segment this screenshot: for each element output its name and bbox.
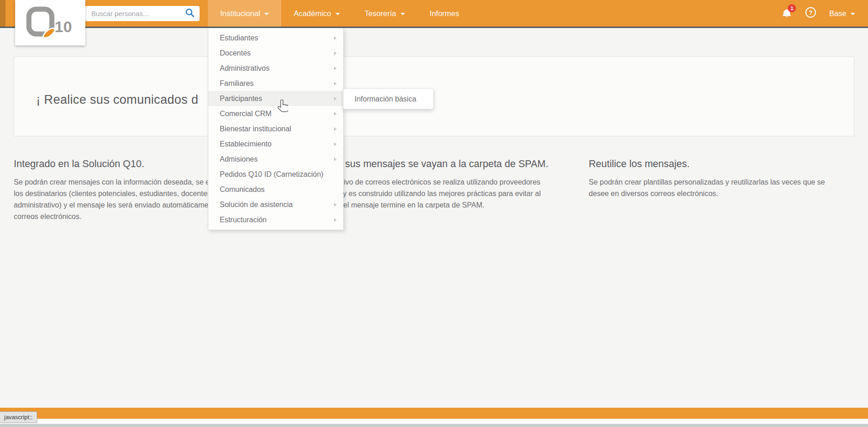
banner-heading: ¡ Realice sus comunicados d <box>36 93 198 107</box>
feature-columns: Integrado en la Solución Q10. Se podrán … <box>14 158 854 222</box>
submenu-arrow-icon <box>334 203 337 207</box>
dropdown-item-label: Solución de asistencia <box>220 201 293 209</box>
menu-label: Académico <box>294 9 331 18</box>
chevron-down-icon <box>851 13 855 15</box>
menu-institucional[interactable]: Institucional <box>208 0 281 27</box>
dropdown-item-label: Administrativos <box>220 64 269 73</box>
q10-app-window: ¡ Realice sus comunicados d Integrado en… <box>0 0 868 427</box>
dropdown-item-estructuracion[interactable]: Estructuración <box>208 212 343 227</box>
dropdown-item-label: Comunicados <box>220 185 265 194</box>
feature-title: Reutilice los mensajes. <box>589 158 854 170</box>
search-button[interactable] <box>185 8 195 19</box>
submenu-arrow-icon <box>334 67 337 70</box>
svg-text:10: 10 <box>55 18 72 35</box>
submenu-arrow-icon <box>334 218 337 222</box>
user-menu-label: Base <box>829 9 846 18</box>
search-icon <box>185 8 195 19</box>
menu-tesoreria[interactable]: Tesorería <box>352 0 417 27</box>
feature-body: Se podrán crear plantillas personalizada… <box>589 176 854 199</box>
dropdown-item-label: Estudiantes <box>220 34 258 42</box>
feature-reutilice: Reutilice los mensajes. Se podrán crear … <box>589 158 854 222</box>
submenu-arrow-icon <box>334 157 337 161</box>
dropdown-item-label: Estructuración <box>220 216 267 224</box>
dropdown-item-label: Participantes <box>220 95 262 103</box>
search-box <box>85 6 200 21</box>
dropdown-item-label: Bienestar institucional <box>220 125 291 133</box>
menu-informes[interactable]: Informes <box>417 0 472 27</box>
footer-bar <box>0 408 868 419</box>
submenu-arrow-icon <box>334 36 337 40</box>
welcome-banner: ¡ Realice sus comunicados d <box>14 56 854 136</box>
dropdown-item-solucion-de-asistencia[interactable]: Solución de asistencia <box>208 197 343 212</box>
submenu-arrow-icon <box>334 142 337 146</box>
dropdown-item-bienestar-institucional[interactable]: Bienestar institucional <box>208 121 343 136</box>
dropdown-item-docentes[interactable]: Docentes <box>208 45 343 61</box>
footer-lower-strip <box>0 419 868 424</box>
svg-text:?: ? <box>809 9 812 16</box>
submenu-arrow-icon <box>334 112 337 116</box>
submenu-arrow-icon <box>334 51 337 55</box>
submenu-item-label: Información básica <box>355 95 416 103</box>
dropdown-item-label: Pedidos Q10 ID (Carnetización) <box>220 170 323 179</box>
navbar-left-accent <box>0 0 6 27</box>
submenu-arrow-icon <box>334 97 337 101</box>
submenu-informacion-basica[interactable]: Información básica <box>343 89 434 109</box>
chevron-down-icon <box>401 13 405 15</box>
dropdown-item-label: Familiares <box>220 79 254 88</box>
menu-academico[interactable]: Académico <box>281 0 352 27</box>
status-link-text: javascript:; <box>4 414 33 421</box>
dropdown-item-label: Docentes <box>220 49 251 57</box>
search-input[interactable] <box>91 10 185 17</box>
institucional-dropdown: Estudiantes Docentes Administrativos Fam… <box>208 28 344 230</box>
dropdown-item-pedidos-q10-id[interactable]: Pedidos Q10 ID (Carnetización) <box>208 167 343 182</box>
chevron-down-icon <box>335 13 340 15</box>
notifications-button[interactable]: 1 <box>781 7 792 19</box>
bell-icon <box>781 13 792 21</box>
chevron-down-icon <box>264 13 269 15</box>
dropdown-item-label: Admisiones <box>220 155 258 163</box>
main-menu: Institucional Académico Tesorería Inform… <box>208 0 472 27</box>
dropdown-item-label: Establecimiento <box>220 140 272 148</box>
dropdown-item-label: Comercial CRM <box>220 110 272 118</box>
menu-label: Informes <box>430 9 459 18</box>
submenu-arrow-icon <box>334 82 337 85</box>
dropdown-item-familiares[interactable]: Familiares <box>208 76 343 91</box>
browser-status-bar: javascript:; <box>0 411 37 423</box>
notification-badge: 1 <box>788 4 796 12</box>
window-bottom-edge <box>0 424 868 427</box>
dropdown-item-comercial-crm[interactable]: Comercial CRM <box>208 106 343 121</box>
dropdown-item-comunicados[interactable]: Comunicados <box>208 182 343 197</box>
menu-label: Tesorería <box>365 9 396 18</box>
help-button[interactable]: ? <box>805 6 817 20</box>
submenu-arrow-icon <box>334 127 337 131</box>
user-menu-base[interactable]: Base <box>829 9 855 18</box>
dropdown-item-administrativos[interactable]: Administrativos <box>208 61 343 76</box>
dropdown-item-establecimiento[interactable]: Establecimiento <box>208 136 343 152</box>
menu-label: Institucional <box>220 9 260 18</box>
q10-logo[interactable]: 10 <box>15 0 85 45</box>
dropdown-item-admisiones[interactable]: Admisiones <box>208 152 343 167</box>
dropdown-item-participantes[interactable]: Participantes <box>208 91 343 106</box>
help-icon: ? <box>805 6 817 20</box>
dropdown-item-estudiantes[interactable]: Estudiantes <box>208 30 343 45</box>
navbar-right-cluster: 1 ? Base <box>781 0 855 27</box>
top-navbar: Institucional Académico Tesorería Inform… <box>0 0 868 28</box>
